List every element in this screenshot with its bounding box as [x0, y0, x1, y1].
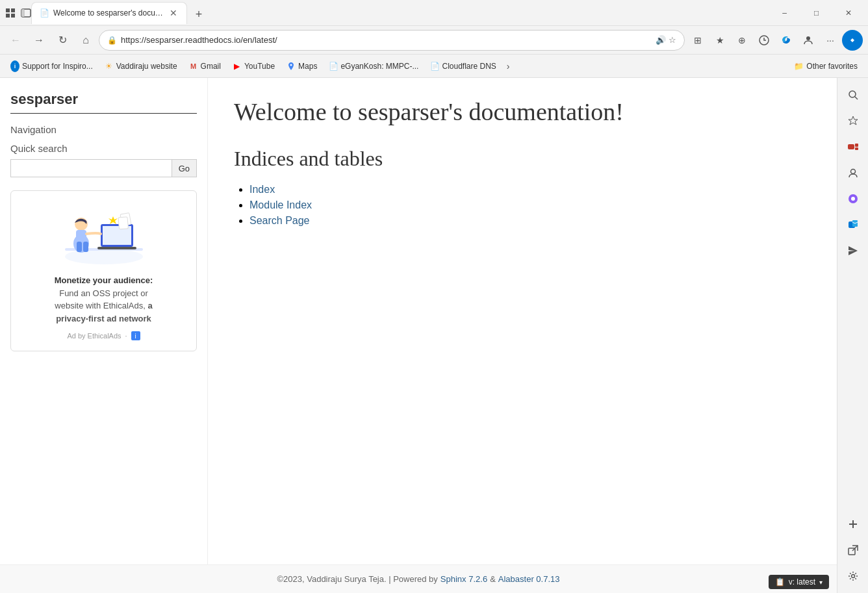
close-button[interactable]: ✕	[834, 3, 863, 23]
edge-icon[interactable]	[776, 30, 797, 51]
new-tab-button[interactable]: +	[190, 6, 208, 24]
search-input[interactable]	[10, 159, 172, 177]
svg-rect-3	[11, 14, 15, 18]
maximize-button[interactable]: □	[802, 3, 831, 23]
favorites-button[interactable]: ★	[709, 30, 730, 51]
sidebar-person-button[interactable]	[841, 161, 865, 184]
egyankosh-icon: 📄	[329, 62, 338, 71]
title-bar: 📄 Welcome to sesparser's docume... ✕ + –…	[0, 0, 868, 26]
bookmarks-bar: i Support for Inspiro... ☀ Vaddiraju web…	[0, 55, 868, 78]
ad-box: Monetize your audience: Fund an OSS proj…	[10, 190, 197, 351]
list-item: Index	[249, 184, 811, 196]
other-favorites-button[interactable]: 📁 Other favorites	[789, 59, 863, 73]
svg-point-28	[850, 170, 855, 174]
docs-brand: sesparser	[10, 91, 197, 114]
read-aloud-icon[interactable]: 🔊	[656, 35, 666, 45]
docs-main-title: Welcome to sesparser's documentation!	[234, 97, 811, 127]
bookmark-maps[interactable]: Maps	[281, 59, 322, 73]
docs-footer: ©2023, Vaddiraju Surya Teja. | Powered b…	[0, 564, 837, 593]
sidebar-tools-button[interactable]	[841, 135, 865, 158]
back-button[interactable]: ←	[5, 30, 26, 51]
list-item: Module Index	[249, 199, 811, 211]
refresh-button[interactable]: ↻	[52, 30, 73, 51]
svg-rect-0	[6, 8, 10, 12]
address-bar-icons: 🔊 ☆	[656, 35, 676, 45]
sidebar-outlook-button[interactable]	[841, 213, 865, 236]
svg-rect-27	[855, 147, 858, 150]
module-index-link[interactable]: Module Index	[249, 199, 312, 210]
vaddiraju-icon: ☀	[105, 62, 114, 71]
bookmark-cloudflare[interactable]: 📄 Cloudflare DNS	[425, 59, 501, 73]
svg-point-7	[806, 36, 810, 40]
bookmark-egyankosh-label: eGyanKosh: MMPC-...	[340, 62, 418, 71]
alabaster-link[interactable]: Alabaster 0.7.13	[498, 574, 560, 584]
svg-rect-1	[11, 8, 15, 12]
sidebar-copilot-button[interactable]	[841, 187, 865, 210]
edge-sidebar	[837, 78, 868, 593]
copilot-button[interactable]	[842, 30, 863, 51]
sidebar-add-button[interactable]	[841, 512, 865, 536]
youtube-icon: ▶	[233, 62, 242, 71]
bookmark-vaddiraju[interactable]: ☀ Vaddiraju website	[99, 59, 183, 73]
bookmark-support[interactable]: i Support for Inspiro...	[5, 59, 98, 73]
ad-info-button[interactable]: i	[131, 331, 140, 340]
sidebar-search-button[interactable]	[841, 83, 865, 107]
active-tab[interactable]: 📄 Welcome to sesparser's docume... ✕	[31, 2, 187, 24]
bookmark-gmail[interactable]: M Gmail	[184, 59, 226, 73]
sidebar-toggle-icon[interactable]	[21, 8, 31, 18]
search-go-button[interactable]: Go	[172, 159, 197, 177]
split-view-button[interactable]: ⊞	[687, 30, 708, 51]
version-badge[interactable]: 📋 v: latest ▾	[769, 575, 829, 589]
svg-rect-5	[21, 9, 25, 17]
sidebar-settings-button[interactable]	[841, 564, 865, 588]
tab-title: Welcome to sesparser's docume...	[53, 8, 164, 18]
docs-main: Welcome to sesparser's documentation! In…	[208, 78, 837, 593]
ad-text-line1: Fund an OSS project or	[59, 288, 148, 298]
docs-sidebar: sesparser Navigation Quick search Go	[0, 78, 208, 593]
bookmark-cloudflare-label: Cloudflare DNS	[442, 62, 496, 71]
search-page-link[interactable]: Search Page	[249, 215, 310, 226]
sidebar-send-button[interactable]	[841, 239, 865, 262]
docs-search-heading: Quick search	[10, 143, 197, 154]
bookmarks-more-button[interactable]: ›	[503, 58, 514, 74]
version-badge-arrow: ▾	[819, 579, 823, 586]
svg-point-10	[65, 249, 143, 264]
address-bar[interactable]: 🔒 https://sesparser.readthedocs.io/en/la…	[99, 30, 685, 51]
sidebar-collections-button[interactable]	[841, 109, 865, 132]
index-link[interactable]: Index	[249, 184, 275, 195]
svg-rect-2	[6, 14, 10, 18]
svg-rect-25	[848, 144, 854, 149]
svg-marker-22	[108, 216, 118, 224]
bookmark-egyankosh[interactable]: 📄 eGyanKosh: MMPC-...	[324, 59, 424, 73]
maps-icon	[287, 62, 296, 71]
home-button[interactable]: ⌂	[75, 30, 96, 51]
sidebar-external-button[interactable]	[841, 538, 865, 562]
more-options-button[interactable]: ···	[820, 30, 841, 51]
search-form: Go	[10, 159, 197, 177]
tab-icon: 📄	[40, 8, 49, 18]
bookmark-vaddiraju-label: Vaddiraju website	[116, 62, 177, 71]
version-badge-label: v: latest	[789, 577, 815, 587]
bookmark-youtube-label: YouTube	[244, 62, 275, 71]
nav-bar: ← → ↻ ⌂ 🔒 https://sesparser.readthedocs.…	[0, 26, 868, 55]
version-badge-icon: 📋	[775, 577, 785, 587]
tab-close-button[interactable]: ✕	[168, 8, 179, 18]
svg-rect-18	[77, 242, 82, 252]
svg-point-30	[851, 197, 855, 201]
favorites-icon[interactable]: ☆	[669, 35, 676, 45]
browser-essentials-button[interactable]	[754, 30, 774, 51]
bookmark-youtube[interactable]: ▶ YouTube	[227, 59, 280, 73]
sphinx-link[interactable]: Sphinx 7.2.6	[440, 574, 487, 584]
forward-button[interactable]: →	[29, 30, 49, 51]
ad-text-line2: website with EthicalAds,	[55, 301, 145, 310]
window-controls: – □ ✕	[770, 3, 863, 23]
minimize-button[interactable]: –	[770, 3, 799, 23]
svg-point-23	[849, 91, 856, 97]
svg-rect-26	[855, 144, 858, 147]
collections-button[interactable]: ⊕	[732, 30, 752, 51]
bookmarks-right: 📁 Other favorites	[789, 59, 863, 73]
cloudflare-icon: 📄	[430, 62, 439, 71]
ad-footer-text: Ad by EthicalAds	[67, 332, 121, 340]
docs-links-list: Index Module Index Search Page	[234, 184, 811, 227]
profile-button[interactable]	[798, 30, 819, 51]
